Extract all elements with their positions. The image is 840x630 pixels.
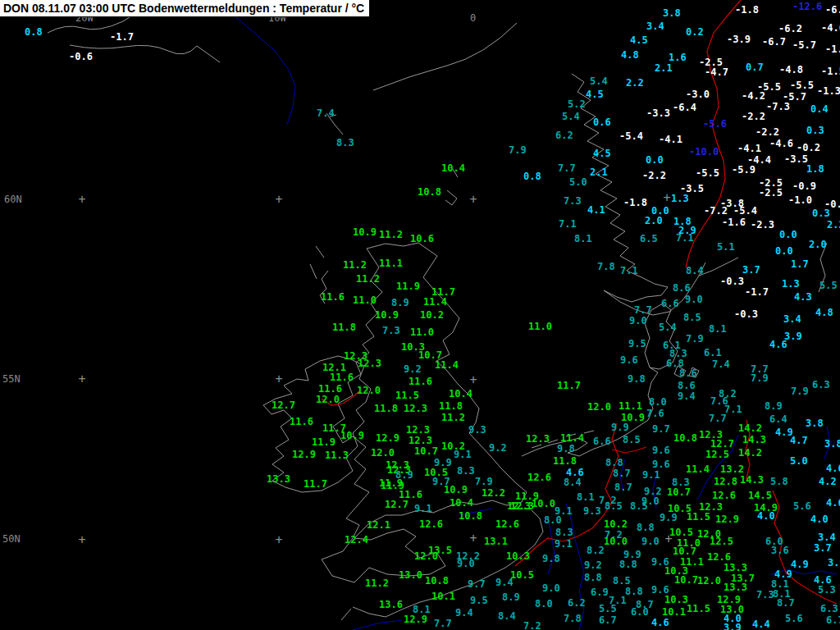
station-temp: 7.7 <box>634 305 652 315</box>
station-temp: 3.4 <box>783 314 801 324</box>
station-temp: -1.0 <box>788 195 812 205</box>
station-temp: -4.6 <box>769 139 793 148</box>
station-temp: 12.4 <box>345 535 368 545</box>
station-temp: 5.0 <box>569 177 587 187</box>
station-temp: 11.6 <box>409 377 432 386</box>
station-temp: 10.9 <box>340 431 364 441</box>
station-temp: 8.8 <box>625 587 643 596</box>
station-temp: -5.4 <box>619 131 643 141</box>
station-temp: 11.6 <box>318 384 342 394</box>
station-temp: 12.0 <box>697 576 721 586</box>
station-temp: 4.3 <box>794 292 812 302</box>
station-temp: 11.6 <box>330 372 354 382</box>
station-temp: 4.6 <box>651 618 669 628</box>
station-temp: 8.3 <box>336 138 354 148</box>
station-temp: 7.9 <box>475 477 493 486</box>
station-temp: 9.6 <box>652 459 670 469</box>
station-temp: -3.9 <box>727 34 751 44</box>
station-temp: 5.4 <box>659 322 677 332</box>
station-temp: 12.9 <box>376 433 399 443</box>
station-temp: 8.9 <box>502 592 520 602</box>
graticule-cross: + <box>78 194 85 206</box>
station-temp: 11.0 <box>528 322 552 331</box>
station-temp: 12.6 <box>707 552 731 562</box>
station-temp: 5.3 <box>818 585 836 595</box>
station-temp: 12.3 <box>526 434 550 444</box>
station-temp: 10.5 <box>669 527 693 537</box>
station-temp: 7.6 <box>646 409 664 418</box>
station-temp: 6.2 <box>555 130 573 140</box>
station-temp: 12.3 <box>358 358 381 368</box>
station-temp: 6.7 <box>599 615 617 625</box>
station-temp: 8.1 <box>577 492 595 502</box>
station-temp: 11.8 <box>332 322 356 332</box>
station-temp: 11.2 <box>379 230 403 240</box>
station-temp: -6.2 <box>825 5 840 15</box>
station-temp: 4.1 <box>587 205 605 215</box>
station-temp: 10.8 <box>418 187 441 197</box>
station-temp: 7.9 <box>751 373 769 383</box>
station-temp: -10.0 <box>689 147 719 157</box>
station-temp: 13.3 <box>724 563 747 573</box>
station-temp: 9.4 <box>678 391 696 401</box>
station-temp: -0.6 <box>69 52 93 62</box>
station-temp: 6.6 <box>661 299 679 308</box>
station-temp: 1.6 <box>669 52 687 62</box>
station-temp: 2.1 <box>590 167 608 177</box>
station-temp: 9.3 <box>468 425 486 435</box>
graticule-cross: + <box>663 192 670 204</box>
station-temp: 11.6 <box>290 417 313 427</box>
station-temp: 13.6 <box>379 600 403 609</box>
station-temp: 9.0 <box>542 583 560 593</box>
station-temp: 5.4 <box>562 112 580 121</box>
station-temp: 9.9 <box>660 513 678 523</box>
station-temp: 14.3 <box>740 475 764 485</box>
station-temp: 3.4 <box>646 21 664 31</box>
title-text: DON 08.11.07 03:00 UTC Bodenwettermeldun… <box>3 2 364 15</box>
station-temp: 4.5 <box>586 89 604 99</box>
station-temp: 11.9 <box>312 437 336 447</box>
station-temp: 11.8 <box>439 401 463 411</box>
station-temp: 7.3 <box>564 196 582 206</box>
station-temp: 1.7 <box>791 259 809 269</box>
station-temp: 8.9 <box>765 401 783 411</box>
station-temp: 8.6 <box>678 381 696 390</box>
station-temp: 13.0 <box>399 570 422 580</box>
station-temp: 3.8 <box>806 418 824 428</box>
station-temp: 3.9 <box>828 558 840 568</box>
station-temp: -1.3 <box>817 86 840 96</box>
station-temp: 12.3 <box>699 430 723 440</box>
station-temp: 8.1 <box>709 324 727 334</box>
station-temp: 11.2 <box>343 260 367 270</box>
station-temp: 13.3 <box>267 474 290 484</box>
station-temp: 9.1 <box>642 470 660 480</box>
station-temp: 7.2 <box>523 621 541 630</box>
station-temp: 11.4 <box>423 297 447 307</box>
station-temp: 11.0 <box>353 295 377 305</box>
station-temp: 6.3 <box>820 604 838 614</box>
station-temp: 11.1 <box>379 258 403 268</box>
station-temp: 12.7 <box>272 400 295 410</box>
graticule-cross: + <box>275 534 282 546</box>
station-temp: 14.2 <box>738 423 762 433</box>
station-temp: -7.3 <box>766 102 790 112</box>
station-temp: 6.3 <box>812 380 830 390</box>
graticule-cross: + <box>469 194 477 206</box>
station-temp: -2.2 <box>742 112 765 121</box>
station-temp: -4.1 <box>659 135 682 144</box>
station-temp: 12.3 <box>404 404 427 413</box>
station-temp: 12.3 <box>699 502 723 512</box>
station-temp: 9.7 <box>652 424 670 434</box>
station-temp: -4.8 <box>779 65 803 75</box>
station-temp: 1.3 <box>671 194 689 203</box>
station-temp: 0.0 <box>779 230 797 240</box>
station-temp: 10.9 <box>353 227 377 237</box>
station-temp: 12.3 <box>409 436 432 445</box>
station-temp: -4.1 <box>737 144 761 153</box>
station-temp: 13.3 <box>724 582 747 592</box>
station-temp: 2.0 <box>809 240 827 249</box>
station-temp: 7.3 <box>756 590 774 600</box>
station-temp: 9.2 <box>584 560 602 570</box>
station-temp: 7.1 <box>676 233 694 243</box>
station-temp: 11.8 <box>553 456 577 466</box>
